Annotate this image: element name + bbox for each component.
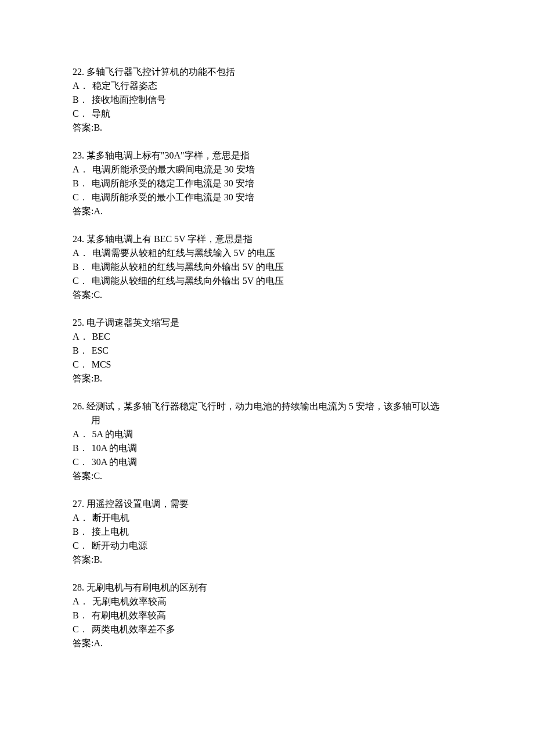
- option-text: 10A 的电调: [92, 441, 138, 455]
- option-line: A．电调需要从较粗的红线与黑线输入 5V 的电压: [73, 246, 461, 260]
- option-line: C．MCS: [73, 358, 461, 372]
- option-letter: C．: [73, 274, 88, 288]
- option-letter: C．: [73, 455, 88, 469]
- option-letter: A．: [73, 595, 89, 609]
- question-stem-line: 26. 经测试，某多轴飞行器稳定飞行时，动力电池的持续输出电流为 5 安培，该多…: [73, 399, 461, 413]
- option-line: C．断开动力电源: [73, 539, 461, 553]
- option-letter: A．: [73, 163, 89, 177]
- option-letter: C．: [73, 358, 88, 372]
- question-number: 25.: [73, 316, 84, 330]
- option-line: A．断开电机: [73, 511, 461, 525]
- question-block: 28. 无刷电机与有刷电机的区别有 A．无刷电机效率较高 B．有刷电机效率较高 …: [73, 581, 461, 650]
- option-line: C．电调能从较细的红线与黑线向外输出 5V 的电压: [73, 274, 461, 288]
- answer-line: 答案:B.: [73, 372, 461, 386]
- option-text: 稳定飞行器姿态: [92, 79, 157, 93]
- option-text: 电调所能承受的最小工作电流是 30 安培: [92, 190, 254, 204]
- question-stem: 无刷电机与有刷电机的区别有: [86, 581, 207, 595]
- option-letter: C．: [73, 622, 88, 636]
- option-letter: B．: [73, 441, 88, 455]
- option-text: ESC: [92, 344, 109, 358]
- option-line: A．BEC: [73, 330, 461, 344]
- option-letter: C．: [73, 190, 88, 204]
- option-letter: B．: [73, 93, 88, 107]
- question-block: 26. 经测试，某多轴飞行器稳定飞行时，动力电池的持续输出电流为 5 安培，该多…: [73, 399, 461, 483]
- option-text: 导航: [92, 107, 110, 121]
- option-line: B．有刷电机效率较高: [73, 609, 461, 622]
- question-block: 25. 电子调速器英文缩写是 A．BEC B．ESC C．MCS 答案:B.: [73, 316, 461, 386]
- option-text: 电调能从较粗的红线与黑线向外输出 5V 的电压: [92, 260, 284, 274]
- option-text: 无刷电机效率较高: [92, 595, 167, 609]
- answer-line: 答案:A.: [73, 204, 461, 218]
- option-line: B．ESC: [73, 344, 461, 358]
- option-letter: A．: [73, 427, 89, 441]
- option-text: 有刷电机效率较高: [92, 609, 166, 622]
- option-letter: A．: [73, 511, 89, 525]
- question-stem: 某多轴电调上有 BEC 5V 字样，意思是指: [86, 232, 252, 246]
- option-letter: B．: [73, 177, 88, 190]
- option-letter: B．: [73, 609, 88, 622]
- option-letter: C．: [73, 107, 88, 121]
- question-stem-line: 28. 无刷电机与有刷电机的区别有: [73, 581, 461, 595]
- option-line: B．接上电机: [73, 525, 461, 539]
- option-letter: A．: [73, 79, 89, 93]
- option-letter: A．: [73, 330, 89, 344]
- option-line: A．5A 的电调: [73, 427, 461, 441]
- option-text: 电调所能承受的稳定工作电流是 30 安培: [92, 177, 254, 190]
- question-stem-line: 23. 某多轴电调上标有"30A"字样，意思是指: [73, 149, 461, 163]
- question-number: 26.: [73, 399, 84, 413]
- option-line: A．稳定飞行器姿态: [73, 79, 461, 93]
- question-stem: 用遥控器设置电调，需要: [86, 497, 189, 511]
- option-text: BEC: [92, 330, 110, 344]
- question-stem: 多轴飞行器飞控计算机的功能不包括: [86, 65, 235, 79]
- question-stem-line: 22. 多轴飞行器飞控计算机的功能不包括: [73, 65, 461, 79]
- option-line: B．接收地面控制信号: [73, 93, 461, 107]
- option-line: C．两类电机效率差不多: [73, 622, 461, 636]
- option-letter: B．: [73, 525, 88, 539]
- option-line: A．电调所能承受的最大瞬间电流是 30 安培: [73, 163, 461, 177]
- option-text: 接收地面控制信号: [92, 93, 166, 107]
- question-block: 24. 某多轴电调上有 BEC 5V 字样，意思是指 A．电调需要从较粗的红线与…: [73, 232, 461, 302]
- option-text: 断开动力电源: [92, 539, 147, 553]
- option-text: 电调需要从较粗的红线与黑线输入 5V 的电压: [92, 246, 275, 260]
- option-text: 30A 的电调: [92, 455, 138, 469]
- question-block: 27. 用遥控器设置电调，需要 A．断开电机 B．接上电机 C．断开动力电源 答…: [73, 497, 461, 567]
- option-line: A．无刷电机效率较高: [73, 595, 461, 609]
- question-stem: 某多轴电调上标有"30A"字样，意思是指: [86, 149, 250, 163]
- answer-line: 答案:B.: [73, 121, 461, 135]
- question-stem-continuation: 用: [91, 413, 461, 427]
- question-stem-line: 25. 电子调速器英文缩写是: [73, 316, 461, 330]
- option-text: 电调能从较细的红线与黑线向外输出 5V 的电压: [92, 274, 284, 288]
- option-text: 断开电机: [92, 511, 129, 525]
- question-stem: 电子调速器英文缩写是: [86, 316, 179, 330]
- question-number: 24.: [73, 232, 84, 246]
- option-line: C．30A 的电调: [73, 455, 461, 469]
- option-text: 5A 的电调: [92, 427, 134, 441]
- question-number: 23.: [73, 149, 84, 163]
- option-line: C．电调所能承受的最小工作电流是 30 安培: [73, 190, 461, 204]
- option-letter: B．: [73, 344, 88, 358]
- option-text: 接上电机: [92, 525, 129, 539]
- question-stem-line: 27. 用遥控器设置电调，需要: [73, 497, 461, 511]
- question-block: 23. 某多轴电调上标有"30A"字样，意思是指 A．电调所能承受的最大瞬间电流…: [73, 149, 461, 218]
- question-number: 22.: [73, 65, 84, 79]
- option-line: C．导航: [73, 107, 461, 121]
- answer-line: 答案:B.: [73, 553, 461, 567]
- document-page: 22. 多轴飞行器飞控计算机的功能不包括 A．稳定飞行器姿态 B．接收地面控制信…: [0, 0, 534, 699]
- option-text: 电调所能承受的最大瞬间电流是 30 安培: [92, 163, 255, 177]
- option-letter: B．: [73, 260, 88, 274]
- option-letter: A．: [73, 246, 89, 260]
- option-line: B．电调能从较粗的红线与黑线向外输出 5V 的电压: [73, 260, 461, 274]
- question-stem-line: 24. 某多轴电调上有 BEC 5V 字样，意思是指: [73, 232, 461, 246]
- option-line: B．电调所能承受的稳定工作电流是 30 安培: [73, 177, 461, 190]
- question-number: 28.: [73, 581, 84, 595]
- answer-line: 答案:C.: [73, 469, 461, 483]
- question-stem: 经测试，某多轴飞行器稳定飞行时，动力电池的持续输出电流为 5 安培，该多轴可以选: [86, 399, 439, 413]
- option-text: 两类电机效率差不多: [92, 622, 175, 636]
- answer-line: 答案:A.: [73, 636, 461, 650]
- question-number: 27.: [73, 497, 84, 511]
- option-line: B．10A 的电调: [73, 441, 461, 455]
- option-text: MCS: [92, 358, 111, 372]
- question-block: 22. 多轴飞行器飞控计算机的功能不包括 A．稳定飞行器姿态 B．接收地面控制信…: [73, 65, 461, 135]
- option-letter: C．: [73, 539, 88, 553]
- answer-line: 答案:C.: [73, 288, 461, 302]
